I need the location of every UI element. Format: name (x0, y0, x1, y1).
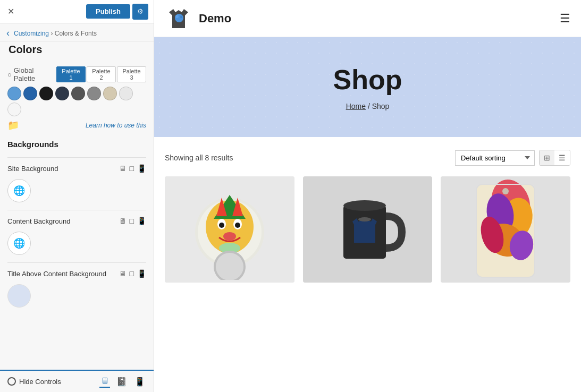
site-background-globe-btn[interactable]: 🌐 (7, 179, 31, 202)
swatch-light-gray[interactable] (119, 87, 133, 100)
content-background-globe-btn[interactable]: 🌐 (7, 232, 31, 255)
palette-header: ○ Global Palette Palette 1 Palette 2 Pal… (7, 66, 146, 82)
site-logo-area: Demo (165, 5, 231, 32)
hero-breadcrumb-home[interactable]: Home (346, 102, 366, 110)
global-palette-label: ○ Global Palette (7, 66, 52, 82)
content-background-preview: 🌐 (7, 229, 146, 258)
hero-breadcrumb-separator: / (368, 102, 372, 110)
panel-content: ○ Global Palette Palette 1 Palette 2 Pal… (0, 61, 154, 370)
site-background-label: Site Background (7, 165, 58, 173)
preview-panel: Demo ☰ Shop Home / Shop Showing all 8 re… (154, 0, 581, 392)
product-card-3[interactable] (441, 176, 570, 283)
title-above-content-preview (7, 282, 146, 311)
publish-button[interactable]: Publish (86, 4, 130, 19)
site-background-item: Site Background 🖥 □ 📱 🌐 (7, 157, 146, 210)
product-image-1 (165, 176, 294, 283)
shop-content: Showing all 8 results Default sorting So… (154, 137, 581, 295)
swatch-blue-light[interactable] (7, 87, 21, 100)
content-background-label: Content Background (7, 217, 71, 225)
results-count: Showing all 8 results (165, 154, 233, 162)
mobile-device-btn[interactable]: 📱 (133, 375, 146, 388)
desktop-device-btn[interactable]: 🖥 (99, 375, 110, 388)
hero-banner: Shop Home / Shop (154, 37, 581, 137)
product-card-2[interactable] (303, 176, 433, 283)
section-title: Colors (0, 41, 154, 61)
view-toggle: ⊞ ☰ (539, 150, 570, 166)
palette-circle-icon: ○ (7, 71, 12, 79)
content-background-header: Content Background 🖥 □ 📱 (7, 217, 146, 225)
title-above-content-label: Title Above Content Background (7, 270, 106, 278)
svg-point-2 (180, 16, 182, 18)
palette-tab-1[interactable]: Palette 1 (56, 66, 86, 82)
hero-title: Shop (165, 64, 570, 96)
swatch-medium-gray[interactable] (87, 87, 101, 100)
breadcrumb-child: Colors & Fonts (55, 30, 97, 37)
palette-tab-3[interactable]: Palette 3 (117, 66, 146, 82)
globe-icon: 🌐 (13, 185, 25, 197)
customizer-panel: ✕ Publish ⚙ ‹ Customizing › Colors & Fon… (0, 0, 154, 392)
title-color-circle[interactable] (7, 284, 31, 308)
content-tablet-icon[interactable]: □ (130, 217, 134, 225)
svg-point-1 (175, 15, 179, 18)
svg-point-0 (175, 14, 183, 22)
content-desktop-icon[interactable]: 🖥 (119, 217, 127, 225)
grid-view-btn[interactable]: ⊞ (540, 150, 554, 165)
list-view-btn[interactable]: ☰ (554, 150, 570, 165)
breadcrumb-parent[interactable]: Customizing (14, 30, 49, 37)
swatch-black[interactable] (39, 87, 53, 100)
title-above-content-item: Title Above Content Background 🖥 □ 📱 (7, 262, 146, 315)
title-mobile-icon[interactable]: 📱 (137, 269, 146, 278)
folder-icon[interactable]: 📁 (7, 120, 19, 131)
backgrounds-section: Backgrounds Site Background 🖥 □ 📱 🌐 (7, 140, 146, 315)
product-image-2 (303, 176, 433, 283)
preview-header: Demo ☰ (154, 0, 581, 37)
svg-point-28 (502, 188, 509, 194)
site-logo (165, 5, 192, 32)
svg-point-13 (223, 232, 236, 241)
tablet-icon[interactable]: □ (130, 164, 134, 173)
content-mobile-icon[interactable]: 📱 (137, 217, 146, 225)
swatch-gray[interactable] (71, 87, 85, 100)
breadcrumb-separator: › (50, 30, 54, 37)
site-background-icons: 🖥 □ 📱 (119, 164, 146, 173)
breadcrumb: Customizing › Colors & Fonts (14, 30, 97, 37)
sort-select[interactable]: Default sorting Sort by popularity Sort … (455, 150, 535, 166)
swatch-tan[interactable] (103, 87, 117, 100)
color-swatches (7, 87, 146, 116)
content-background-item: Content Background 🖥 □ 📱 🌐 (7, 210, 146, 262)
tablet-device-btn[interactable]: 📓 (115, 375, 128, 388)
mobile-icon[interactable]: 📱 (137, 164, 146, 173)
swatch-blue[interactable] (23, 87, 37, 100)
content-background-icons: 🖥 □ 📱 (119, 217, 146, 225)
site-background-preview: 🌐 (7, 177, 146, 206)
back-button[interactable]: ‹ (6, 28, 10, 39)
hero-breadcrumb-current: Shop (372, 102, 390, 110)
gear-button[interactable]: ⚙ (132, 4, 148, 20)
top-bar: ✕ Publish ⚙ (0, 0, 154, 23)
title-above-content-icons: 🖥 □ 📱 (119, 269, 146, 278)
site-background-header: Site Background 🖥 □ 📱 (7, 164, 146, 173)
hide-controls-label: Hide Controls (19, 378, 61, 386)
close-button[interactable]: ✕ (5, 4, 16, 19)
hide-controls[interactable]: Hide Controls (7, 377, 61, 386)
product-card-1[interactable] (165, 176, 294, 283)
shop-toolbar: Showing all 8 results Default sorting So… (165, 150, 570, 166)
hero-breadcrumb: Home / Shop (165, 102, 570, 110)
svg-point-19 (358, 217, 371, 221)
title-tablet-icon[interactable]: □ (130, 269, 134, 278)
publish-area: Publish ⚙ (86, 4, 148, 20)
hamburger-icon[interactable]: ☰ (560, 12, 570, 25)
bottom-bar: Hide Controls 🖥 📓 📱 (0, 370, 154, 392)
title-desktop-icon[interactable]: 🖥 (119, 269, 127, 278)
hide-circle-icon (7, 377, 16, 386)
content-globe-icon: 🌐 (13, 237, 25, 249)
desktop-icon[interactable]: 🖥 (119, 164, 127, 173)
svg-point-16 (216, 253, 243, 280)
learn-link[interactable]: Learn how to use this (86, 122, 146, 129)
swatch-off-white[interactable] (7, 103, 21, 116)
palette-actions: 📁 Learn how to use this (7, 120, 146, 131)
products-grid (165, 176, 570, 283)
swatch-dark-gray[interactable] (55, 87, 69, 100)
palette-tab-2[interactable]: Palette 2 (87, 66, 116, 82)
svg-point-12 (235, 223, 240, 228)
